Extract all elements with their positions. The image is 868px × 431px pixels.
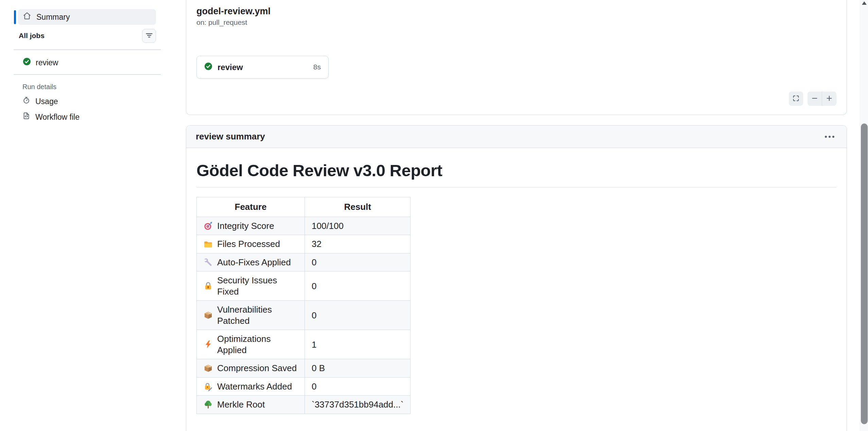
sidebar-item-workflow-file[interactable]: Workflow file [22, 112, 80, 122]
sidebar-item-job-review[interactable]: review [18, 54, 156, 71]
zoom-out-button[interactable] [808, 92, 822, 106]
result-value: 100/100 [305, 217, 411, 235]
file-code-icon [22, 112, 30, 122]
feature-label: Files Processed [217, 238, 280, 250]
check-circle-icon [23, 57, 31, 68]
job-card-duration: 8s [313, 63, 321, 71]
result-value: 0 [305, 301, 411, 330]
feature-label: Integrity Score [217, 220, 274, 232]
zoom-control-group [808, 92, 837, 106]
feature-label: Merkle Root [217, 399, 265, 410]
fullscreen-button[interactable] [789, 92, 803, 106]
feature-label: Watermarks Added [217, 381, 292, 392]
all-jobs-label: All jobs [19, 31, 45, 40]
scrollbar-up-arrow-icon[interactable] [862, 1, 867, 5]
result-value: 0 [305, 253, 411, 271]
job-card-name: review [218, 62, 243, 72]
job-card-review[interactable]: review 8s [196, 56, 329, 79]
sidebar-item-summary[interactable]: Summary [18, 9, 156, 25]
target-emoji [204, 221, 213, 231]
feature-label: Auto-Fixes Applied [217, 257, 291, 268]
summary-card-body: Gödel Code Review v3.0 Report Feature Re… [186, 148, 847, 431]
home-icon [23, 12, 31, 22]
feature-label: Security Issues Fixed [217, 275, 298, 297]
table-row: Watermarks Added 0 [197, 377, 411, 396]
sidebar-job-label: review [36, 58, 58, 68]
workflow-trigger: on: pull_request [196, 18, 247, 27]
zap-emoji [204, 340, 213, 349]
review-summary-card: review summary Gödel Code Review v3.0 Re… [186, 125, 847, 431]
result-value: 0 [305, 271, 411, 301]
run-details-heading: Run details [22, 83, 56, 91]
feature-label: Compression Saved [217, 363, 297, 374]
tree-emoji [204, 400, 213, 409]
fullscreen-icon [792, 95, 800, 103]
sidebar-workflow-file-label: Workflow file [35, 112, 80, 122]
summary-card-header: review summary [186, 126, 847, 148]
filter-jobs-button[interactable] [142, 29, 156, 43]
summary-card-title: review summary [196, 131, 265, 142]
check-circle-icon [204, 62, 212, 72]
plus-icon [826, 95, 833, 103]
report-title: Gödel Code Review v3.0 Report [196, 160, 836, 187]
column-header-result: Result [305, 197, 411, 217]
summary-menu-button[interactable] [822, 132, 837, 141]
result-value: 0 [305, 377, 411, 396]
table-row: Auto-Fixes Applied 0 [197, 253, 411, 271]
table-row: Vulnerabilities Patched 0 [197, 301, 411, 330]
table-row: Files Processed 32 [197, 235, 411, 253]
sidebar-divider [14, 74, 161, 75]
zoom-in-button[interactable] [822, 92, 836, 106]
scrollbar-thumb[interactable] [861, 123, 868, 424]
folder-emoji [204, 239, 213, 249]
sidebar: Summary All jobs [0, 0, 173, 431]
graph-controls [789, 92, 837, 106]
package-emoji [204, 311, 213, 320]
sidebar-item-usage[interactable]: Usage [22, 96, 58, 106]
package-emoji [204, 364, 213, 373]
result-value: 0 B [305, 359, 411, 378]
workflow-graph-card: godel-review.yml on: pull_request review… [186, 0, 847, 115]
report-table: Feature Result Integrity [196, 197, 411, 414]
result-value: 32 [305, 235, 411, 253]
kebab-icon [824, 134, 835, 139]
table-row: Security Issues Fixed 0 [197, 271, 411, 301]
table-header-row: Feature Result [197, 197, 411, 217]
vertical-scrollbar[interactable] [860, 0, 868, 431]
actions-run-page: Summary All jobs [0, 0, 868, 431]
minus-icon [811, 95, 818, 103]
workflow-file-name: godel-review.yml [196, 6, 271, 17]
table-row: Compression Saved 0 B [197, 359, 411, 378]
sidebar-divider [14, 49, 161, 50]
all-jobs-row: All jobs [19, 29, 156, 43]
column-header-feature: Feature [197, 197, 305, 217]
feature-label: Optimizations Applied [217, 333, 298, 355]
feature-label: Vulnerabilities Patched [217, 304, 298, 326]
result-value: `33737d351bb94add...` [305, 396, 411, 414]
stopwatch-icon [22, 96, 30, 106]
lock-pen-emoji [204, 382, 213, 391]
lock-emoji [204, 281, 213, 291]
wrench-emoji [204, 258, 213, 267]
result-value: 1 [305, 330, 411, 359]
table-row: Merkle Root `33737d351bb94add...` [197, 396, 411, 414]
active-item-indicator [14, 10, 16, 24]
table-row: Optimizations Applied 1 [197, 330, 411, 359]
sidebar-summary-label: Summary [36, 12, 70, 22]
table-row: Integrity Score 100/100 [197, 217, 411, 235]
sidebar-usage-label: Usage [35, 97, 58, 106]
filter-icon [145, 31, 153, 40]
